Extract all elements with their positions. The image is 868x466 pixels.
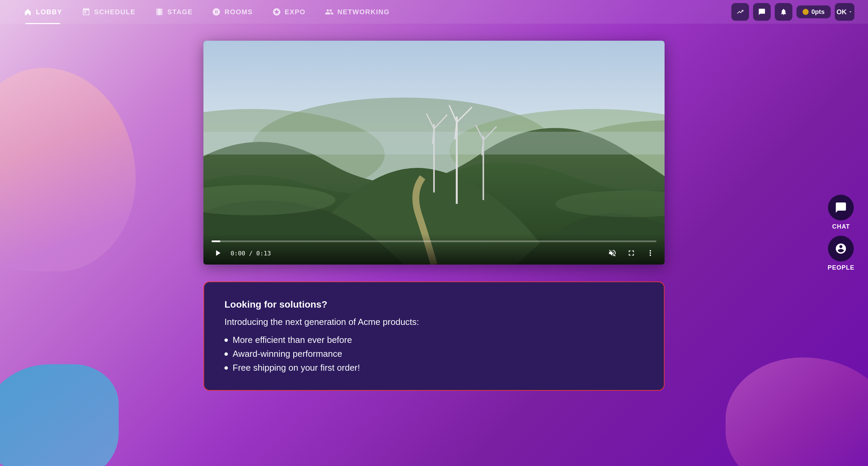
mute-button[interactable] xyxy=(606,247,618,259)
controls-left: 0:00 / 0:13 xyxy=(212,247,271,259)
expo-icon xyxy=(272,7,281,17)
sidebar-right: CHAT PEOPLE xyxy=(828,195,854,271)
people-sidebar-button[interactable]: PEOPLE xyxy=(828,236,854,271)
bullet-dot xyxy=(224,352,228,356)
info-card: Looking for solutions? Introducing the n… xyxy=(203,281,665,391)
rooms-label: ROOMS xyxy=(224,8,253,16)
info-card-title: Looking for solutions? xyxy=(224,299,644,310)
nav-item-lobby[interactable]: LOBBY xyxy=(14,0,72,23)
top-navigation: LOBBY SCHEDULE STAGE ROOMS EXPO xyxy=(0,0,868,24)
list-item: Free shipping on your first order! xyxy=(224,363,644,373)
nav-item-expo[interactable]: EXPO xyxy=(262,0,315,23)
chat-button[interactable] xyxy=(753,3,771,21)
controls-right xyxy=(606,247,656,259)
controls-row: 0:00 / 0:13 xyxy=(212,247,656,259)
schedule-label: SCHEDULE xyxy=(94,8,136,16)
nav-item-stage[interactable]: STAGE xyxy=(145,0,202,23)
chat-sidebar-button[interactable]: CHAT xyxy=(828,195,854,230)
fullscreen-button[interactable] xyxy=(625,247,637,259)
bullet-text-1: More efficient than ever before xyxy=(233,335,352,345)
main-content: 0:00 / 0:13 Looking for solutions? Int xyxy=(0,24,868,391)
progress-bar[interactable] xyxy=(212,240,656,242)
stats-button[interactable] xyxy=(731,3,749,21)
nav-item-schedule[interactable]: SCHEDULE xyxy=(72,0,145,23)
stage-label: STAGE xyxy=(167,8,193,16)
info-card-list: More efficient than ever before Award-wi… xyxy=(224,335,644,373)
progress-fill xyxy=(212,240,220,242)
list-item: More efficient than ever before xyxy=(224,335,644,345)
pts-dot xyxy=(803,9,809,15)
list-item: Award-winning performance xyxy=(224,349,644,359)
ok-button[interactable]: OK xyxy=(835,3,854,21)
stage-icon xyxy=(155,7,164,17)
chat-label: CHAT xyxy=(832,223,850,230)
svg-rect-17 xyxy=(203,132,665,154)
lobby-icon xyxy=(23,7,33,17)
networking-label: NETWORKING xyxy=(337,8,390,16)
info-card-intro: Introducing the next generation of Acme … xyxy=(224,317,644,327)
rooms-icon xyxy=(212,7,221,17)
people-sidebar-icon xyxy=(828,236,854,261)
chat-sidebar-icon xyxy=(828,195,854,220)
nav-item-rooms[interactable]: ROOMS xyxy=(202,0,262,23)
nav-right: 0pts OK xyxy=(731,3,854,21)
nav-left: LOBBY SCHEDULE STAGE ROOMS EXPO xyxy=(14,0,399,23)
bullet-text-2: Award-winning performance xyxy=(233,349,342,359)
bullet-text-3: Free shipping on your first order! xyxy=(233,363,360,373)
video-controls: 0:00 / 0:13 xyxy=(203,234,665,265)
ok-label: OK xyxy=(836,8,847,16)
points-label: 0pts xyxy=(811,8,825,16)
video-player[interactable]: 0:00 / 0:13 xyxy=(203,41,665,265)
expo-label: EXPO xyxy=(285,8,306,16)
play-button[interactable] xyxy=(212,247,224,259)
bullet-dot xyxy=(224,366,228,370)
more-button[interactable] xyxy=(644,247,656,259)
bullet-dot xyxy=(224,338,228,342)
notifications-button[interactable] xyxy=(775,3,792,21)
schedule-icon xyxy=(81,7,91,17)
points-badge[interactable]: 0pts xyxy=(796,5,831,18)
video-frame xyxy=(203,41,665,265)
people-label: PEOPLE xyxy=(828,264,854,271)
networking-icon xyxy=(324,7,334,17)
time-display: 0:00 / 0:13 xyxy=(231,250,271,257)
nav-item-networking[interactable]: NETWORKING xyxy=(315,0,399,23)
lobby-label: LOBBY xyxy=(36,8,62,16)
